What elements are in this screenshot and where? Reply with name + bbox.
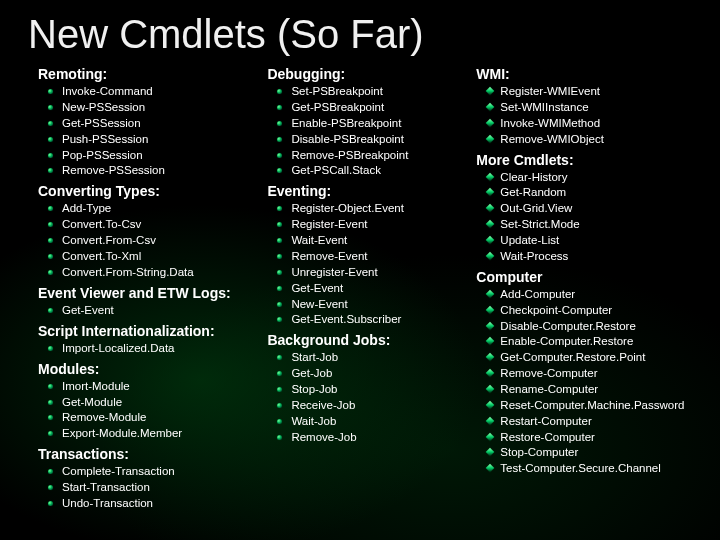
list-item: Stop-Job: [291, 382, 452, 398]
list-item: Out-Grid.View: [500, 201, 692, 217]
list-item: Invoke-Command: [62, 84, 243, 100]
list-item: Get-Event: [291, 281, 452, 297]
list-item: Enable-Computer.Restore: [500, 334, 692, 350]
list-item: Remove-PSSession: [62, 163, 243, 179]
list-item: Reset-Computer.Machine.Password: [500, 398, 692, 414]
list-item: Restore-Computer: [500, 430, 692, 446]
list-item: Get-Event: [62, 303, 243, 319]
section-heading: Debugging:: [267, 66, 452, 82]
list-item: Register-WMIEvent: [500, 84, 692, 100]
section-heading: Transactions:: [38, 446, 243, 462]
list-item: Remove-WMIObject: [500, 132, 692, 148]
slide: New Cmdlets (So Far) Remoting:Invoke-Com…: [0, 0, 720, 525]
section-heading: Converting Types:: [38, 183, 243, 199]
list-item: Start-Transaction: [62, 480, 243, 496]
list-item: Invoke-WMIMethod: [500, 116, 692, 132]
list-item: Complete-Transaction: [62, 464, 243, 480]
column-2: Debugging:Set-PSBreakpointGet-PSBreakpoi…: [257, 62, 452, 515]
item-list: Register-Object.EventRegister-EventWait-…: [257, 201, 452, 328]
item-list: Add-TypeConvert.To-CsvConvert.From-CsvCo…: [28, 201, 243, 280]
list-item: Disable-Computer.Restore: [500, 319, 692, 335]
list-item: Remove-Computer: [500, 366, 692, 382]
item-list: Invoke-CommandNew-PSSessionGet-PSSession…: [28, 84, 243, 179]
list-item: Add-Type: [62, 201, 243, 217]
list-item: Register-Object.Event: [291, 201, 452, 217]
item-list: Clear-HistoryGet-RandomOut-Grid.ViewSet-…: [466, 170, 692, 265]
list-item: Get-PSCall.Stack: [291, 163, 452, 179]
list-item: Remove-Event: [291, 249, 452, 265]
list-item: Convert.To-Csv: [62, 217, 243, 233]
list-item: Unregister-Event: [291, 265, 452, 281]
list-item: Set-Strict.Mode: [500, 217, 692, 233]
list-item: Clear-History: [500, 170, 692, 186]
section-heading: Eventing:: [267, 183, 452, 199]
item-list: Register-WMIEventSet-WMIInstanceInvoke-W…: [466, 84, 692, 147]
list-item: Get-PSBreakpoint: [291, 100, 452, 116]
list-item: Update-List: [500, 233, 692, 249]
item-list: Import-Localized.Data: [28, 341, 243, 357]
slide-title: New Cmdlets (So Far): [28, 12, 692, 56]
item-list: Add-ComputerCheckpoint-ComputerDisable-C…: [466, 287, 692, 477]
list-item: Receive-Job: [291, 398, 452, 414]
section-heading: Remoting:: [38, 66, 243, 82]
list-item: Add-Computer: [500, 287, 692, 303]
list-item: Pop-PSSession: [62, 148, 243, 164]
list-item: Checkpoint-Computer: [500, 303, 692, 319]
item-list: Get-Event: [28, 303, 243, 319]
list-item: Get-Event.Subscriber: [291, 312, 452, 328]
list-item: Restart-Computer: [500, 414, 692, 430]
list-item: Stop-Computer: [500, 445, 692, 461]
list-item: Test-Computer.Secure.Channel: [500, 461, 692, 477]
column-1: Remoting:Invoke-CommandNew-PSSessionGet-…: [28, 62, 243, 515]
section-heading: More Cmdlets:: [476, 152, 692, 168]
section-heading: Background Jobs:: [267, 332, 452, 348]
list-item: Push-PSSession: [62, 132, 243, 148]
list-item: Remove-Job: [291, 430, 452, 446]
columns-container: Remoting:Invoke-CommandNew-PSSessionGet-…: [28, 62, 692, 515]
item-list: Start-JobGet-JobStop-JobReceive-JobWait-…: [257, 350, 452, 445]
list-item: Wait-Job: [291, 414, 452, 430]
section-heading: Script Internationalization:: [38, 323, 243, 339]
list-item: Convert.From-Csv: [62, 233, 243, 249]
list-item: Remove-PSBreakpoint: [291, 148, 452, 164]
list-item: Wait-Event: [291, 233, 452, 249]
list-item: Convert.From-String.Data: [62, 265, 243, 281]
list-item: Enable-PSBreakpoint: [291, 116, 452, 132]
list-item: Get-Computer.Restore.Point: [500, 350, 692, 366]
list-item: Remove-Module: [62, 410, 243, 426]
item-list: Set-PSBreakpointGet-PSBreakpointEnable-P…: [257, 84, 452, 179]
list-item: Start-Job: [291, 350, 452, 366]
list-item: Convert.To-Xml: [62, 249, 243, 265]
section-heading: Computer: [476, 269, 692, 285]
list-item: Imort-Module: [62, 379, 243, 395]
list-item: Get-Random: [500, 185, 692, 201]
list-item: Import-Localized.Data: [62, 341, 243, 357]
list-item: Get-PSSession: [62, 116, 243, 132]
list-item: Get-Job: [291, 366, 452, 382]
list-item: Export-Module.Member: [62, 426, 243, 442]
list-item: Register-Event: [291, 217, 452, 233]
item-list: Imort-ModuleGet-ModuleRemove-ModuleExpor…: [28, 379, 243, 442]
list-item: New-Event: [291, 297, 452, 313]
column-3: WMI:Register-WMIEventSet-WMIInstanceInvo…: [466, 62, 692, 515]
list-item: Set-PSBreakpoint: [291, 84, 452, 100]
list-item: Get-Module: [62, 395, 243, 411]
list-item: Undo-Transaction: [62, 496, 243, 512]
list-item: Wait-Process: [500, 249, 692, 265]
list-item: Disable-PSBreakpoint: [291, 132, 452, 148]
section-heading: Event Viewer and ETW Logs:: [38, 285, 243, 301]
list-item: Set-WMIInstance: [500, 100, 692, 116]
item-list: Complete-TransactionStart-TransactionUnd…: [28, 464, 243, 512]
list-item: Rename-Computer: [500, 382, 692, 398]
section-heading: WMI:: [476, 66, 692, 82]
list-item: New-PSSession: [62, 100, 243, 116]
section-heading: Modules:: [38, 361, 243, 377]
